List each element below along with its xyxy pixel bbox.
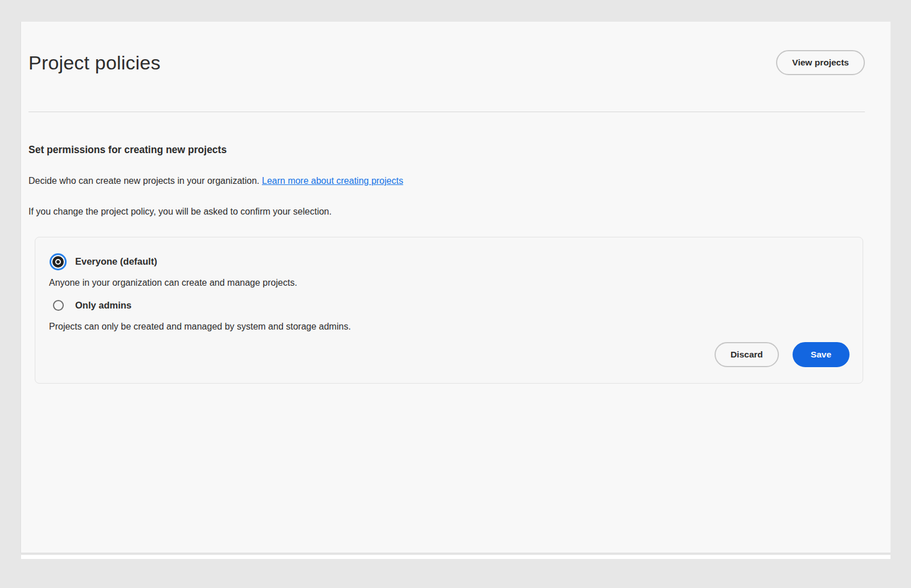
radio-option-only-admins[interactable]: Only admins	[49, 298, 850, 312]
content-panel: Project policies View projects Set permi…	[21, 22, 891, 553]
view-projects-button[interactable]: View projects	[776, 50, 865, 75]
radio-option-everyone-description: Anyone in your organization can create a…	[49, 277, 850, 289]
radio-unselected-icon[interactable]	[53, 300, 64, 311]
radio-option-everyone-label: Everyone (default)	[75, 256, 157, 267]
panel-inner: Project policies View projects Set permi…	[21, 22, 891, 553]
radio-option-everyone[interactable]: Everyone (default)	[49, 254, 850, 269]
discard-button[interactable]: Discard	[715, 342, 779, 367]
bottom-strip	[21, 555, 891, 559]
page-header: Project policies View projects	[28, 22, 865, 75]
header-divider	[28, 112, 865, 112]
section-description: Decide who can create new projects in yo…	[28, 175, 865, 187]
radio-ctrl-wrap	[49, 256, 67, 268]
policy-actions: Discard Save	[49, 342, 850, 369]
policy-options-box: Everyone (default) Anyone in your organi…	[35, 237, 863, 384]
project-policies-page: { "header": { "title": "Project policies…	[0, 0, 911, 588]
section-note: If you change the project policy, you wi…	[28, 205, 865, 218]
radio-option-only-admins-description: Projects can only be created and managed…	[49, 320, 850, 333]
section-heading: Set permissions for creating new project…	[28, 144, 865, 156]
save-button[interactable]: Save	[793, 342, 850, 367]
radio-selected-icon[interactable]	[52, 256, 64, 268]
radio-ctrl-wrap	[49, 300, 67, 311]
page-title: Project policies	[28, 50, 161, 75]
learn-more-link[interactable]: Learn more about creating projects	[262, 176, 403, 186]
radio-option-only-admins-label: Only admins	[75, 300, 132, 311]
section-description-text: Decide who can create new projects in yo…	[28, 176, 260, 186]
